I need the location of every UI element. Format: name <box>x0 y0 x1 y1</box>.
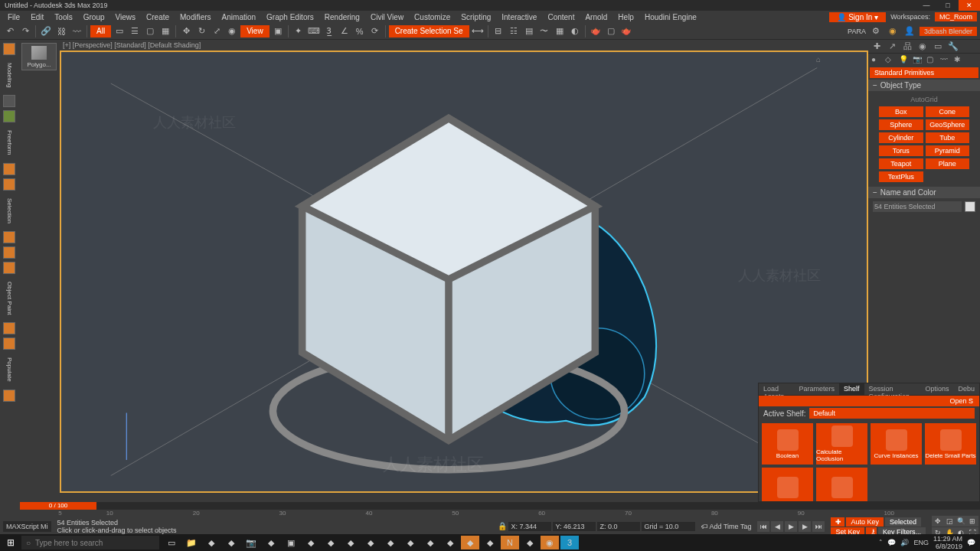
ribbon-tool-icon[interactable] <box>3 322 15 334</box>
prev-frame-icon[interactable]: ◀ <box>771 521 783 532</box>
houdini-icon[interactable]: ◉ <box>541 536 559 549</box>
app-icon[interactable]: ◆ <box>341 536 360 549</box>
ribbon-tool-icon[interactable] <box>3 262 15 274</box>
blender-icon[interactable]: ◆ <box>461 536 479 549</box>
autokey-button[interactable]: Auto Key <box>846 517 884 527</box>
app-icon[interactable]: ◆ <box>222 536 240 549</box>
ribbon-selection-label[interactable]: Selection <box>6 194 13 228</box>
geosphere-button[interactable]: GeoSphere <box>926 119 970 130</box>
systems-icon[interactable]: ✱ <box>954 55 963 64</box>
shelf-boolean[interactable]: Boolean <box>762 423 813 465</box>
tray-icon[interactable]: 🔊 <box>900 539 909 546</box>
redo-icon[interactable]: ↷ <box>18 24 32 38</box>
torus-button[interactable]: Torus <box>879 145 923 156</box>
app-icon[interactable]: ◆ <box>421 536 439 549</box>
nav-icon[interactable]: ⊞ <box>966 516 978 527</box>
task-view-icon[interactable]: ▭ <box>162 536 181 549</box>
color-swatch[interactable] <box>965 201 975 212</box>
selected-mode[interactable]: Selected <box>885 517 921 527</box>
x-coord[interactable]: X: 7.344 <box>508 522 551 531</box>
app-icon[interactable]: ◆ <box>262 536 280 549</box>
menu-help[interactable]: Help <box>613 13 639 21</box>
autogrid-checkbox[interactable]: AutoGrid <box>871 94 977 105</box>
selection-filter-dropdown[interactable]: All <box>90 25 111 37</box>
shelf-tab-options[interactable]: Options <box>920 383 953 395</box>
goto-end-icon[interactable]: ⏭ <box>812 521 825 532</box>
menu-group[interactable]: Group <box>79 13 109 21</box>
start-button[interactable]: ⊞ <box>0 537 21 548</box>
window-crossing-icon[interactable]: ▦ <box>158 24 172 38</box>
tray-date[interactable]: 6/8/2019 <box>933 543 962 550</box>
material-editor-icon[interactable]: ◐ <box>568 24 582 38</box>
gear-icon[interactable]: ⚙ <box>869 24 883 38</box>
shapes-icon[interactable]: ◇ <box>885 55 894 64</box>
y-coord[interactable]: Y: 46.213 <box>553 522 596 531</box>
ribbon-tool-icon[interactable] <box>3 246 15 259</box>
close-button[interactable]: ✕ <box>959 0 980 11</box>
viewport[interactable]: ⌂ 人人素材社区 人人素材社区 人人素材社区 <box>60 51 868 493</box>
3dsmax-icon[interactable]: 3 <box>560 536 579 549</box>
workspace-dropdown[interactable]: MC_Room <box>935 12 977 21</box>
polygon-modeling-button[interactable]: Polygo... <box>21 43 57 70</box>
bind-icon[interactable]: 〰 <box>70 24 83 38</box>
motion-tab-icon[interactable]: ◉ <box>917 41 928 52</box>
hierarchy-tab-icon[interactable]: 品 <box>902 41 913 52</box>
app-icon[interactable]: ▣ <box>282 536 300 549</box>
menu-views[interactable]: Views <box>111 13 141 21</box>
textplus-button[interactable]: TextPlus <box>879 171 923 182</box>
app-icon[interactable]: ◆ <box>322 536 340 549</box>
menu-file[interactable]: File <box>3 13 24 21</box>
create-tab-icon[interactable]: ✚ <box>871 41 882 52</box>
menu-scripting[interactable]: Scripting <box>456 13 495 21</box>
nav-icon[interactable]: ◲ <box>943 516 956 527</box>
nav-icon[interactable]: ✥ <box>932 516 944 527</box>
schematic-icon[interactable]: ▦ <box>553 24 567 38</box>
spinner-snap-icon[interactable]: ⟳ <box>368 24 382 38</box>
app-icon[interactable]: ◆ <box>202 536 220 549</box>
tray-chevron-icon[interactable]: ˄ <box>879 539 883 546</box>
ribbon-tool-icon[interactable] <box>3 178 15 191</box>
shelf-tab-session[interactable]: Session Configuration <box>864 383 921 395</box>
ribbon-tool-icon[interactable] <box>3 231 15 243</box>
unlink-icon[interactable]: ⛓ <box>54 24 68 38</box>
time-slider[interactable]: 0 / 100 <box>20 502 96 510</box>
minimize-button[interactable]: — <box>916 0 937 11</box>
tray-lang[interactable]: ENG <box>913 539 929 546</box>
menu-interactive[interactable]: Interactive <box>497 13 541 21</box>
menu-rendering[interactable]: Rendering <box>320 13 364 21</box>
user-badge[interactable]: 3dbash Blender <box>920 27 977 36</box>
nuke-icon[interactable]: N <box>501 536 519 549</box>
z-coord[interactable]: Z: 0.0 <box>597 522 640 531</box>
undo-icon[interactable]: ↶ <box>3 24 17 38</box>
menu-arnold[interactable]: Arnold <box>580 13 612 21</box>
ref-coord-dropdown[interactable]: View <box>240 25 270 37</box>
display-tab-icon[interactable]: ▭ <box>933 41 943 52</box>
next-frame-icon[interactable]: ▶ <box>799 521 811 532</box>
menu-customize[interactable]: Customize <box>410 13 455 21</box>
lights-icon[interactable]: 💡 <box>899 55 908 64</box>
pivot-icon[interactable]: ▣ <box>271 24 285 38</box>
app-icon[interactable]: ◆ <box>381 536 400 549</box>
render-setup-icon[interactable]: 🫖 <box>589 24 603 38</box>
ribbon-modeling-label[interactable]: Modeling <box>6 58 13 92</box>
cameras-icon[interactable]: 📷 <box>913 55 922 64</box>
menu-modifiers[interactable]: Modifiers <box>175 13 216 21</box>
user-avatar-icon[interactable]: 👤 <box>903 24 916 38</box>
play-icon[interactable]: ▶ <box>785 521 797 532</box>
shelf-item[interactable] <box>762 468 813 501</box>
app-icon[interactable]: ◆ <box>361 536 380 549</box>
shelf-tab-load[interactable]: Load Assets <box>759 383 794 395</box>
placement-icon[interactable]: ◉ <box>225 24 239 38</box>
ribbon-tool-icon[interactable] <box>3 110 15 122</box>
lock-icon[interactable]: 🔒 <box>498 522 507 531</box>
search-box[interactable]: ○ Type here to search <box>21 536 159 549</box>
align-icon[interactable]: ⊟ <box>492 24 505 38</box>
pyramid-button[interactable]: Pyramid <box>926 145 970 156</box>
viewcube[interactable] <box>60 60 851 493</box>
ribbon-tool-icon[interactable] <box>3 337 15 350</box>
menu-graph-editors[interactable]: Graph Editors <box>262 13 318 21</box>
ribbon-tool-icon[interactable] <box>3 163 15 175</box>
explorer-icon[interactable]: 📁 <box>182 536 201 549</box>
render-frame-icon[interactable]: ▢ <box>604 24 618 38</box>
helpers-icon[interactable]: ▢ <box>926 55 936 64</box>
